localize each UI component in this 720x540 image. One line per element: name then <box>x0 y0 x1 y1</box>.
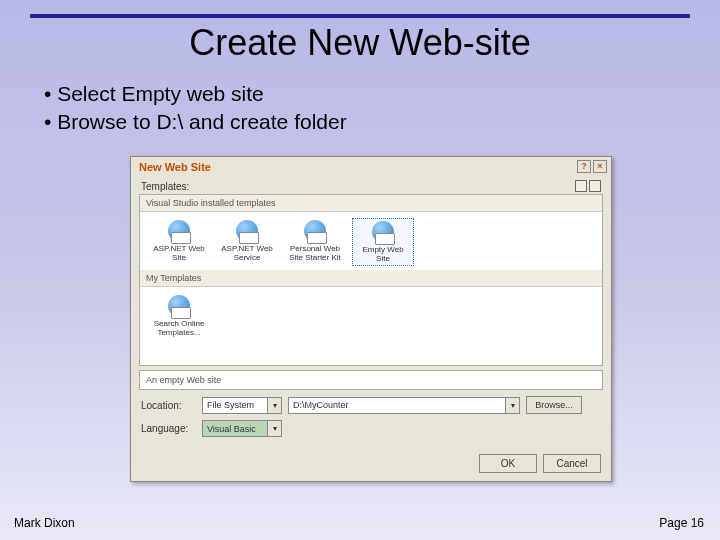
new-website-dialog: New Web Site ? × Templates: Visual Studi… <box>130 156 612 482</box>
language-label: Language: <box>141 423 196 434</box>
small-icons-view-button[interactable] <box>589 180 601 192</box>
templates-panel: Visual Studio installed templates ASP.NE… <box>139 194 603 366</box>
slide-top-rule <box>30 14 690 18</box>
template-aspnet-web-site[interactable]: ASP.NET Web Site <box>148 218 210 266</box>
chevron-down-icon: ▾ <box>267 398 281 413</box>
language-select[interactable]: Visual Basic ▾ <box>202 420 282 437</box>
bullet-item: Select Empty web site <box>44 82 720 106</box>
globe-search-icon <box>168 295 190 317</box>
template-label: Search Online Templates... <box>150 319 208 337</box>
template-label: Personal Web Site Starter Kit <box>286 244 344 262</box>
cancel-button[interactable]: Cancel <box>543 454 601 473</box>
templates-label: Templates: <box>141 181 189 192</box>
slide-title: Create New Web-site <box>0 22 720 64</box>
template-aspnet-web-service[interactable]: ASP.NET Web Service <box>216 218 278 266</box>
templates-row: ASP.NET Web Site ASP.NET Web Service Per… <box>140 212 602 270</box>
location-type-select[interactable]: File System ▾ <box>202 397 282 414</box>
view-mode-buttons <box>575 180 601 192</box>
location-type-value: File System <box>207 400 254 410</box>
ok-button[interactable]: OK <box>479 454 537 473</box>
location-label: Location: <box>141 400 196 411</box>
footer-author: Mark Dixon <box>14 516 75 530</box>
my-templates-row: Search Online Templates... <box>140 287 602 343</box>
chevron-down-icon: ▾ <box>505 398 519 413</box>
browse-button[interactable]: Browse... <box>526 396 582 414</box>
language-value: Visual Basic <box>207 424 256 434</box>
location-path-value: D:\MyCounter <box>293 400 349 410</box>
footer-page: Page 16 <box>659 516 704 530</box>
bullet-list: Select Empty web site Browse to D:\ and … <box>44 82 720 134</box>
globe-doc-icon <box>168 220 190 242</box>
globe-doc-icon <box>372 221 394 243</box>
close-icon[interactable]: × <box>593 160 607 173</box>
dialog-title-text: New Web Site <box>139 161 211 173</box>
template-search-online[interactable]: Search Online Templates... <box>148 293 210 339</box>
chevron-down-icon: ▾ <box>267 421 281 436</box>
template-description: An empty Web site <box>139 370 603 390</box>
bullet-item: Browse to D:\ and create folder <box>44 110 720 134</box>
help-icon[interactable]: ? <box>577 160 591 173</box>
template-label: ASP.NET Web Site <box>150 244 208 262</box>
template-label: Empty Web Site <box>355 245 411 263</box>
dialog-titlebar: New Web Site ? × <box>131 157 611 176</box>
large-icons-view-button[interactable] <box>575 180 587 192</box>
template-empty-web-site[interactable]: Empty Web Site <box>352 218 414 266</box>
templates-group-header: Visual Studio installed templates <box>140 195 602 212</box>
globe-doc-icon <box>304 220 326 242</box>
globe-doc-icon <box>236 220 258 242</box>
template-label: ASP.NET Web Service <box>218 244 276 262</box>
my-templates-group-header: My Templates <box>140 270 602 287</box>
template-personal-web-site[interactable]: Personal Web Site Starter Kit <box>284 218 346 266</box>
location-path-input[interactable]: D:\MyCounter ▾ <box>288 397 520 414</box>
